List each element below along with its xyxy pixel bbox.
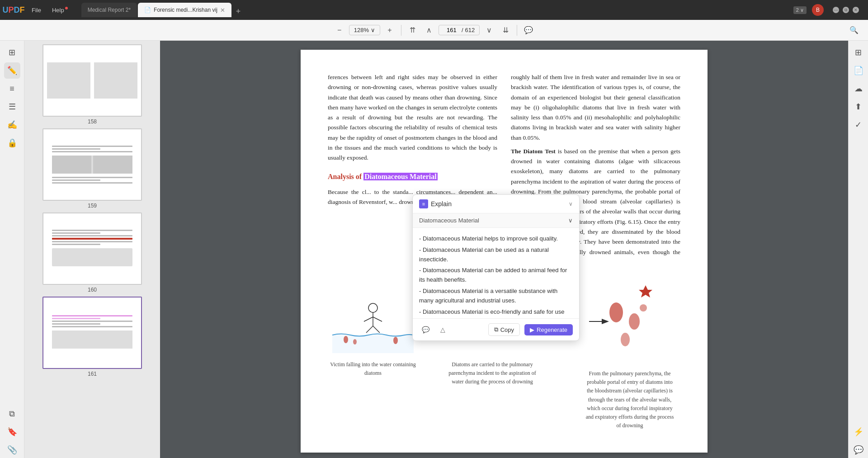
tab-label: Forensic medi...Krishan vij — [154, 7, 217, 13]
ai-bullet2: - Diatomaceous Material can be used as a… — [419, 246, 573, 264]
sidebar-icon-form[interactable]: ☰ — [4, 99, 20, 115]
ai-feedback-icon[interactable]: 💬 — [419, 323, 432, 336]
svg-point-16 — [629, 313, 640, 330]
tab-close-icon[interactable]: ✕ — [220, 7, 225, 13]
top-bar: UPDF File Help Medical Report 2* 📄 Foren… — [0, 0, 868, 20]
sidebar-icon-bookmark[interactable]: 🔖 — [4, 424, 20, 440]
zoom-out-button[interactable]: − — [333, 24, 346, 37]
thumbnail-img-161 — [42, 297, 142, 369]
figure-caption-2: Diatoms are carried to the pulmonary par… — [447, 360, 538, 387]
sidebar-icon-pages[interactable]: ⊞ — [4, 44, 20, 61]
zoom-display[interactable]: 128% ∨ — [349, 25, 380, 35]
page-last-button[interactable]: ⇊ — [499, 24, 512, 37]
thumbnail-160[interactable]: 160 — [28, 212, 156, 293]
ai-popup-content: - Diatomaceous Material helps to improve… — [413, 228, 579, 318]
restore-button[interactable]: ⧉ — [843, 7, 849, 13]
sidebar-icon-sign[interactable]: ✍ — [4, 117, 20, 133]
ai-footer-right: ⧉ Copy ▶ Regenerate — [488, 323, 573, 336]
menu-file[interactable]: File — [27, 5, 46, 15]
ai-explain-button[interactable]: ≡ Explain — [419, 199, 452, 208]
zoom-in-button[interactable]: + — [383, 24, 396, 37]
page-next-button[interactable]: ∨ — [482, 24, 496, 37]
copy-button[interactable]: ⧉ Copy — [488, 323, 520, 336]
tab-label: Medical Report 2* — [88, 7, 131, 13]
diatom-test-label: The Diatom Test — [511, 148, 556, 155]
left-col-text1: ferences between left and right sides ma… — [328, 72, 497, 163]
svg-line-5 — [366, 326, 373, 333]
thumbnail-label-161: 161 — [88, 371, 97, 377]
page-number-input[interactable] — [443, 27, 460, 33]
zoom-arrow: ∨ — [371, 27, 375, 33]
ai-bullet3: - Diatomaceous Material can be added to … — [419, 266, 573, 285]
sidebar-icon-attach[interactable]: 📎 — [4, 442, 20, 458]
section-title-of: of — [356, 173, 363, 180]
ai-popup-arrow[interactable]: ∨ — [569, 201, 573, 207]
thumbnail-img-159 — [42, 128, 142, 201]
tab-forensic-medi[interactable]: 📄 Forensic medi...Krishan vij ✕ — [138, 3, 231, 17]
diatom-illustration-1 — [328, 276, 418, 358]
thumbnail-158[interactable]: 158 — [28, 44, 156, 125]
pdf-area: ferences between left and right sides ma… — [160, 41, 848, 458]
sidebar-icon-protect[interactable]: 🔒 — [4, 135, 20, 151]
sidebar-icon-layers[interactable]: ⧉ — [4, 406, 20, 422]
ai-thumbsup-icon[interactable]: △ — [436, 323, 449, 336]
svg-line-4 — [373, 317, 382, 321]
svg-point-8 — [353, 339, 357, 345]
comment-button[interactable]: 💬 — [522, 24, 535, 37]
thumbnail-161[interactable]: 161 — [28, 297, 156, 377]
pdf-icon: 📄 — [144, 7, 151, 13]
thumbnail-label-158: 158 — [88, 118, 97, 125]
ai-icon: ≡ — [419, 199, 428, 208]
figure-caption-1: Victim falling into the water containing… — [328, 360, 418, 378]
ai-bullet4: - Diatomaceous Material is a versatile s… — [419, 287, 573, 306]
page-prev-button[interactable]: ∧ — [422, 24, 436, 37]
toolbar: − 128% ∨ + ⇈ ∧ / 612 ∨ ⇊ 💬 🔍 — [0, 20, 868, 41]
sidebar-icon-edit[interactable]: ✏️ — [4, 62, 20, 79]
close-button[interactable]: ✕ — [853, 7, 859, 13]
search-button[interactable]: 🔍 — [847, 24, 861, 37]
diatom-illustration-3 — [566, 276, 693, 367]
thumbnail-label-159: 159 — [88, 203, 97, 209]
version-badge[interactable]: 2 ∨ — [793, 6, 807, 14]
ai-tag-arrow[interactable]: ∨ — [568, 217, 573, 224]
ai-bullet5: - Diatomaceous Material is eco-friendly … — [419, 307, 573, 318]
right-sidebar-icon-2[interactable]: 📄 — [850, 62, 867, 79]
right-sidebar-icon-3[interactable]: ☁ — [850, 80, 867, 97]
window-controls: — ⧉ ✕ — [829, 7, 863, 13]
zoom-level: 128% — [354, 27, 369, 33]
thumbnail-label-160: 160 — [88, 287, 97, 293]
copy-icon: ⧉ — [494, 326, 498, 333]
ai-popup: ≡ Explain ∨ Diatomaceous Material ∨ - Di… — [412, 194, 580, 341]
svg-point-1 — [368, 303, 377, 312]
svg-line-6 — [373, 326, 380, 333]
svg-point-9 — [393, 337, 398, 344]
right-sidebar-icon-7[interactable]: 💬 — [850, 442, 867, 458]
right-sidebar-icon-1[interactable]: ⊞ — [850, 44, 867, 61]
ai-explain-label: Explain — [431, 200, 452, 208]
app-logo: UPDF — [0, 5, 27, 15]
right-sidebar-icon-4[interactable]: ⬆ — [850, 99, 867, 115]
avatar[interactable]: B — [812, 4, 824, 16]
page-first-button[interactable]: ⇈ — [406, 24, 420, 37]
separator — [401, 25, 401, 36]
minimize-button[interactable]: — — [833, 7, 839, 13]
svg-point-15 — [609, 302, 623, 322]
regenerate-icon: ▶ — [530, 326, 534, 333]
figure-1: Victim falling into the water containing… — [328, 276, 418, 378]
tabs-bar: Medical Report 2* 📄 Forensic medi...Kris… — [81, 3, 245, 17]
tab-add-button[interactable]: + — [232, 6, 245, 17]
right-col-text1: roughly half of them live in fresh water… — [511, 72, 680, 143]
sidebar-icon-annotate[interactable]: ≡ — [4, 80, 20, 97]
tab-medical-report[interactable]: Medical Report 2* — [81, 3, 137, 17]
toolbar-right: 🔍 — [847, 24, 861, 37]
regenerate-button[interactable]: ▶ Regenerate — [524, 324, 573, 335]
toolbar-center: − 128% ∨ + ⇈ ∧ / 612 ∨ ⇊ 💬 — [333, 24, 536, 37]
section-title-highlight: Diatomaceous Material — [363, 173, 438, 180]
regenerate-label: Regenerate — [537, 326, 567, 333]
thumbnail-img-158 — [42, 44, 142, 117]
right-sidebar-icon-5[interactable]: ✓ — [850, 117, 867, 133]
ai-popup-tag: Diatomaceous Material ∨ — [413, 213, 579, 228]
right-sidebar-icon-6[interactable]: ⚡ — [850, 424, 867, 440]
thumbnail-159[interactable]: 159 — [28, 128, 156, 209]
menu-help[interactable]: Help — [47, 5, 72, 15]
